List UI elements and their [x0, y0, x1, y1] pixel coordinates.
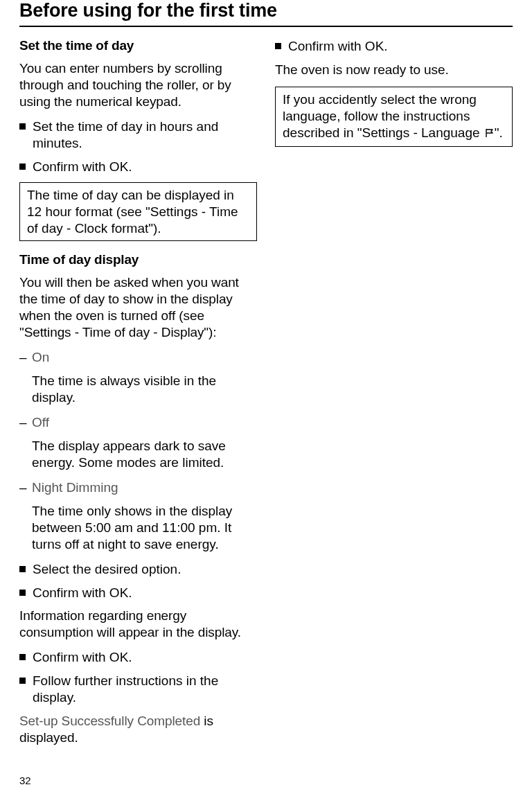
page-number: 32	[19, 775, 31, 786]
square-bullet-icon	[19, 678, 26, 684]
language-note-box: If you accidently select the wrong langu…	[275, 87, 513, 147]
setup-complete-display-text: Set-up Successfully Completed	[19, 714, 200, 728]
step-text: Confirm with OK.	[33, 585, 257, 601]
setup-complete-line: Set-up Successfully Completed is display…	[19, 713, 257, 746]
step-confirm-ok: Confirm with OK.	[19, 159, 257, 175]
tod-display-heading: Time of day display	[19, 252, 257, 267]
step-text: Set the time of day in hours and minutes…	[33, 118, 257, 152]
clock-format-note-box: The time of day can be displayed in 12 h…	[19, 182, 257, 242]
square-bullet-icon	[275, 43, 281, 49]
option-off: – Off	[19, 414, 257, 431]
tod-display-intro: You will then be asked when you want the…	[19, 274, 257, 341]
option-night-dimming: – Night Dimming	[19, 479, 257, 496]
step-follow-instructions: Follow further instructions in the displ…	[19, 673, 257, 706]
square-bullet-icon	[19, 654, 26, 660]
energy-info: Information regarding energy consumption…	[19, 608, 257, 641]
option-label: Off	[32, 414, 257, 431]
left-column: Set the time of day You can enter number…	[19, 38, 257, 754]
square-bullet-icon	[19, 590, 26, 596]
step-text: Select the desired option.	[33, 561, 257, 578]
language-note-pre: If you accidently select the wrong langu…	[283, 92, 484, 140]
square-bullet-icon	[19, 566, 26, 572]
step-text: Follow further instructions in the displ…	[33, 673, 257, 706]
square-bullet-icon	[19, 123, 26, 130]
step-confirm-ok: Confirm with OK.	[275, 38, 513, 55]
step-confirm-ok: Confirm with OK.	[19, 585, 257, 601]
set-time-heading: Set the time of day	[19, 38, 257, 53]
oven-ready-text: The oven is now ready to use.	[275, 62, 513, 78]
dash-bullet-icon: –	[19, 414, 32, 431]
dash-bullet-icon: –	[19, 479, 32, 496]
right-column: Confirm with OK. The oven is now ready t…	[275, 38, 513, 754]
page-title: Before using for the first time	[19, 0, 513, 27]
option-night-desc: The time only shows in the display betwe…	[32, 503, 257, 553]
square-bullet-icon	[19, 163, 26, 170]
option-label: Night Dimming	[32, 479, 257, 496]
step-text: Confirm with OK.	[33, 649, 257, 666]
language-note-post: ".	[495, 125, 503, 140]
dash-bullet-icon: –	[19, 349, 32, 366]
option-off-desc: The display appears dark to save energy.…	[32, 438, 257, 471]
step-confirm-ok: Confirm with OK.	[19, 649, 257, 666]
flag-icon	[485, 125, 495, 142]
two-column-layout: Set the time of day You can enter number…	[19, 38, 513, 754]
step-select-option: Select the desired option.	[19, 561, 257, 578]
option-on: – On	[19, 349, 257, 366]
step-text: Confirm with OK.	[33, 159, 257, 175]
option-on-desc: The time is always visible in the displa…	[32, 373, 257, 406]
option-label: On	[32, 349, 257, 366]
set-time-intro: You can enter numbers by scrolling throu…	[19, 60, 257, 110]
step-set-time: Set the time of day in hours and minutes…	[19, 118, 257, 152]
step-text: Confirm with OK.	[288, 38, 513, 55]
